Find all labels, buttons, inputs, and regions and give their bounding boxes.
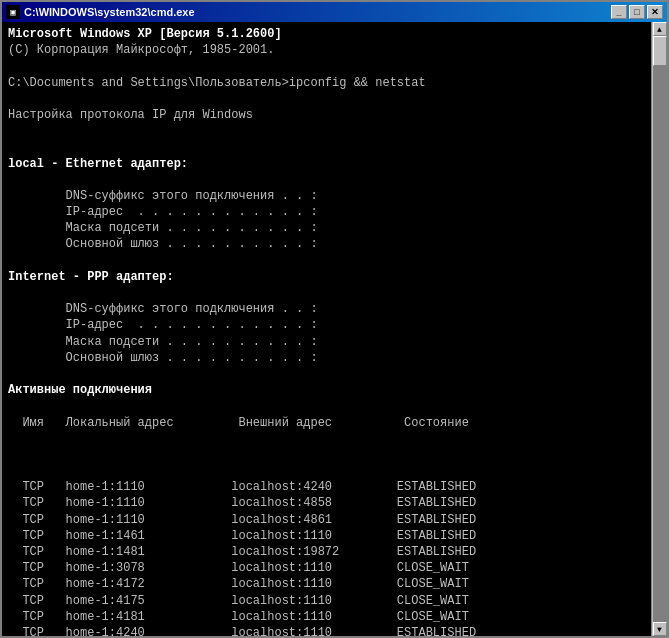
title-bar: ▣ C:\WINDOWS\system32\cmd.exe _ □ ✕ [2, 2, 667, 22]
minimize-button[interactable]: _ [611, 5, 627, 19]
title-buttons: _ □ ✕ [611, 5, 663, 19]
scroll-down-button[interactable]: ▼ [653, 622, 667, 636]
scroll-track [653, 36, 667, 622]
scroll-thumb[interactable] [653, 36, 667, 66]
cmd-icon: ▣ [6, 5, 20, 19]
scroll-up-button[interactable]: ▲ [653, 22, 667, 36]
close-button[interactable]: ✕ [647, 5, 663, 19]
scrollbar[interactable]: ▲ ▼ [651, 22, 667, 636]
cmd-window: ▣ C:\WINDOWS\system32\cmd.exe _ □ ✕ Micr… [0, 0, 669, 638]
window-title: C:\WINDOWS\system32\cmd.exe [24, 6, 195, 18]
title-bar-left: ▣ C:\WINDOWS\system32\cmd.exe [6, 5, 195, 19]
maximize-button[interactable]: □ [629, 5, 645, 19]
content-wrapper: Microsoft Windows XP [Версия 5.1.2600] (… [2, 22, 667, 636]
console-area: Microsoft Windows XP [Версия 5.1.2600] (… [2, 22, 651, 636]
